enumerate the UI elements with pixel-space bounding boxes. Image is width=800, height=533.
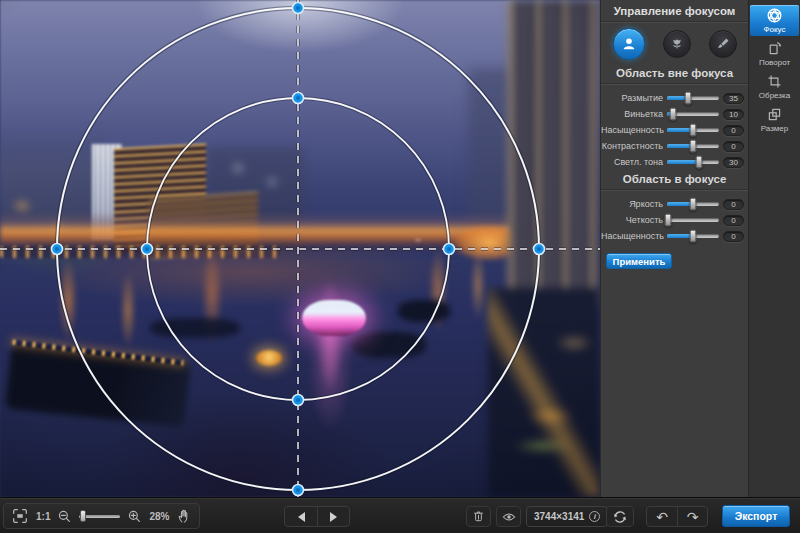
zoom-in-icon[interactable] xyxy=(127,509,142,524)
aperture-icon xyxy=(766,7,783,24)
slider-row: Четкость 0 xyxy=(601,212,748,228)
slider-thumb[interactable] xyxy=(690,124,697,137)
focus-settings-panel: Управление фокусом Область вне фокуса xyxy=(600,0,748,497)
slider-row: Светл. тона 30 xyxy=(601,154,748,170)
slider-value[interactable]: 30 xyxy=(723,157,744,168)
sidebar-item-rotate[interactable]: Поворот xyxy=(750,38,799,69)
divider xyxy=(601,21,748,23)
eye-icon xyxy=(501,509,517,525)
export-button[interactable]: Экспорт xyxy=(722,505,790,527)
zoom-slider[interactable] xyxy=(79,515,120,518)
light-tones-slider[interactable] xyxy=(667,160,719,164)
next-arrow-icon xyxy=(330,512,337,522)
vignette-slider[interactable] xyxy=(667,112,719,116)
in-focus-title: Область в фокусе xyxy=(601,173,748,185)
slider-value[interactable]: 0 xyxy=(723,215,744,226)
divider xyxy=(601,83,748,85)
macro-mode-button[interactable] xyxy=(663,30,691,58)
sidebar-item-focus[interactable]: Фокус xyxy=(750,5,799,36)
crop-icon xyxy=(766,73,783,90)
portrait-mode-button[interactable] xyxy=(613,28,645,60)
actual-size-button[interactable]: 1:1 xyxy=(36,511,50,522)
info-icon: i xyxy=(589,511,600,522)
focus-handle-dot xyxy=(145,247,149,251)
out-of-focus-title: Область вне фокуса xyxy=(601,67,748,79)
previous-image-button[interactable] xyxy=(285,507,317,526)
slider-row: Насыщенность 0 xyxy=(601,228,748,244)
person-icon xyxy=(620,35,638,53)
slider-value[interactable]: 10 xyxy=(723,109,744,120)
slider-thumb[interactable] xyxy=(670,108,677,121)
photo-canvas[interactable] xyxy=(0,0,600,497)
slider-value[interactable]: 0 xyxy=(723,231,744,242)
slider-value[interactable]: 35 xyxy=(723,93,744,104)
slider-label: Яркость xyxy=(601,199,663,209)
zoom-out-icon[interactable] xyxy=(57,509,72,524)
saturation-in-slider[interactable] xyxy=(667,234,719,238)
saturation-out-slider[interactable] xyxy=(667,128,719,132)
flower-icon xyxy=(669,36,685,52)
resize-icon xyxy=(766,106,783,123)
slider-value[interactable]: 0 xyxy=(723,141,744,152)
panel-title: Управление фокусом xyxy=(601,5,748,17)
focus-handle-dot xyxy=(537,247,541,251)
focus-handle-dot xyxy=(447,247,451,251)
slider-value[interactable]: 0 xyxy=(723,125,744,136)
slider-thumb[interactable] xyxy=(665,214,672,227)
fit-screen-button[interactable] xyxy=(11,507,29,525)
image-dimensions-button[interactable]: 3744×3141 i xyxy=(526,506,608,527)
brightness-slider[interactable] xyxy=(667,202,719,206)
delete-button[interactable] xyxy=(466,506,491,527)
slider-thumb[interactable] xyxy=(684,92,691,105)
tools-sidebar: Фокус Поворот xyxy=(748,0,800,497)
blur-slider[interactable] xyxy=(667,96,719,100)
slider-label: Светл. тона xyxy=(601,157,663,167)
slider-value[interactable]: 0 xyxy=(723,199,744,210)
slider-thumb[interactable] xyxy=(690,140,697,153)
undo-button[interactable]: ↶ xyxy=(647,507,677,526)
bottom-toolbar: 1:1 xyxy=(0,497,800,533)
focus-handle-dot xyxy=(296,6,300,10)
previous-arrow-icon xyxy=(298,512,305,522)
slider-label: Насыщенность xyxy=(601,231,663,241)
undo-redo-group: ↶ ↷ xyxy=(646,506,708,527)
image-dimensions-value: 3744×3141 xyxy=(534,511,584,522)
zoom-slider-thumb[interactable] xyxy=(80,510,86,522)
sharpness-slider[interactable] xyxy=(667,218,719,222)
next-image-button[interactable] xyxy=(317,507,349,526)
slider-label: Размытие xyxy=(601,93,663,103)
reset-icon xyxy=(612,509,628,525)
zoom-controls-group: 1:1 xyxy=(3,503,200,529)
sidebar-item-label: Размер xyxy=(761,124,789,133)
slider-label: Контрастность xyxy=(601,141,663,151)
sidebar-item-resize[interactable]: Размер xyxy=(750,104,799,135)
slider-thumb[interactable] xyxy=(690,230,697,243)
app-window: Управление фокусом Область вне фокуса xyxy=(0,0,800,533)
apply-button[interactable]: Применить xyxy=(606,253,672,269)
slider-row: Насыщенность 0 xyxy=(601,122,748,138)
slider-row: Контрастность 0 xyxy=(601,138,748,154)
slider-label: Виньетка xyxy=(601,109,663,119)
redo-button[interactable]: ↷ xyxy=(677,507,707,526)
brush-mode-button[interactable] xyxy=(709,30,737,58)
preview-original-button[interactable] xyxy=(496,506,521,527)
focus-mode-buttons xyxy=(601,24,748,64)
brush-icon xyxy=(715,36,731,52)
hand-tool-button[interactable] xyxy=(176,508,192,524)
out-of-focus-sliders: Размытие 35 Виньетка 10 Насыщенность xyxy=(601,90,748,170)
reset-button[interactable] xyxy=(606,506,634,527)
focus-handle-dot xyxy=(296,96,300,100)
sidebar-item-crop[interactable]: Обрезка xyxy=(750,71,799,102)
zoom-level-value: 28% xyxy=(149,511,169,522)
contrast-slider[interactable] xyxy=(667,144,719,148)
slider-thumb[interactable] xyxy=(690,198,697,211)
focus-handle-dot xyxy=(55,247,59,251)
rotate-icon xyxy=(766,40,783,57)
slider-row: Размытие 35 xyxy=(601,90,748,106)
slider-label: Насыщенность xyxy=(601,125,663,135)
slider-thumb[interactable] xyxy=(696,156,703,169)
redo-icon: ↷ xyxy=(687,510,699,524)
undo-icon: ↶ xyxy=(656,510,668,524)
in-focus-sliders: Яркость 0 Четкость 0 Насыщенность xyxy=(601,196,748,244)
focus-handle-dot xyxy=(296,488,300,492)
